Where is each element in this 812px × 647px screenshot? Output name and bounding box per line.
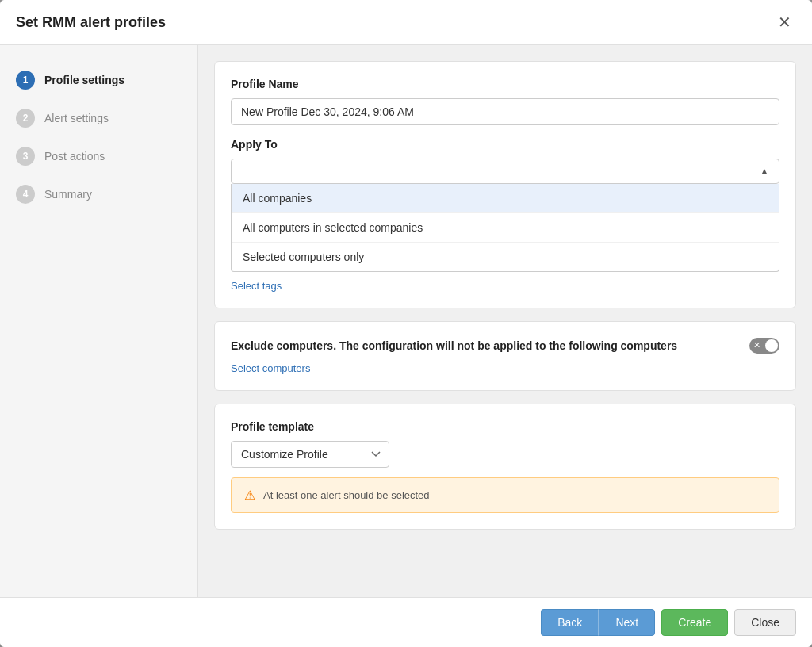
sidebar-label-alert-settings: Alert settings: [44, 112, 109, 124]
apply-to-dropdown-trigger[interactable]: ▲: [231, 159, 779, 184]
step-num-3: 3: [16, 147, 35, 166]
modal-title: Set RMM alert profiles: [16, 14, 166, 31]
sidebar-label-profile-settings: Profile settings: [44, 74, 124, 86]
step-num-2: 2: [16, 109, 35, 128]
apply-to-section: Apply To ▲ All companies All computers i…: [231, 138, 779, 292]
toggle-x-icon: ✕: [753, 340, 760, 350]
apply-to-dropdown-menu: All companies All computers in selected …: [231, 184, 779, 272]
exclude-header: Exclude computers. The configuration wil…: [231, 338, 779, 354]
warning-text: At least one alert should be selected: [263, 489, 430, 501]
step-num-1: 1: [16, 71, 35, 90]
modal-footer: Back Next Create Close: [0, 597, 812, 647]
sidebar-item-profile-settings[interactable]: 1 Profile settings: [0, 61, 197, 99]
sidebar-item-alert-settings[interactable]: 2 Alert settings: [0, 99, 197, 137]
create-button[interactable]: Create: [661, 609, 728, 636]
template-select-row: Customize Profile Default Profile: [231, 441, 779, 468]
sidebar-item-post-actions[interactable]: 3 Post actions: [0, 137, 197, 175]
warning-banner: ⚠ At least one alert should be selected: [231, 477, 779, 513]
apply-to-dropdown-container: ▲ All companies All computers in selecte…: [231, 159, 779, 272]
sidebar: 1 Profile settings 2 Alert settings 3 Po…: [0, 45, 198, 597]
back-button[interactable]: Back: [541, 609, 599, 636]
close-button[interactable]: Close: [734, 609, 796, 636]
modal: Set RMM alert profiles ✕ 1 Profile setti…: [0, 0, 812, 647]
sidebar-label-post-actions: Post actions: [44, 150, 105, 163]
modal-body: 1 Profile settings 2 Alert settings 3 Po…: [0, 45, 812, 597]
modal-header: Set RMM alert profiles ✕: [0, 0, 812, 45]
template-dropdown[interactable]: Customize Profile Default Profile: [231, 441, 389, 468]
toggle-container[interactable]: ✕: [749, 338, 779, 354]
dropdown-option-all-computers-selected[interactable]: All computers in selected companies: [232, 212, 779, 242]
profile-name-card: Profile Name Apply To ▲ All companies Al…: [214, 61, 796, 308]
next-button[interactable]: Next: [599, 609, 655, 636]
toggle-thumb: [765, 339, 778, 352]
profile-template-card: Profile template Customize Profile Defau…: [214, 404, 796, 530]
warning-icon: ⚠: [244, 488, 255, 503]
profile-name-label: Profile Name: [231, 78, 779, 90]
back-next-group: Back Next: [541, 609, 655, 636]
step-num-4: 4: [16, 185, 35, 204]
sidebar-label-summary: Summary: [44, 188, 92, 201]
modal-close-button[interactable]: ✕: [773, 13, 796, 32]
toggle-track[interactable]: ✕: [749, 338, 779, 354]
dropdown-option-selected-computers[interactable]: Selected computers only: [232, 242, 779, 271]
apply-to-label: Apply To: [231, 138, 779, 151]
main-content: Profile Name Apply To ▲ All companies Al…: [198, 45, 812, 597]
profile-template-label: Profile template: [231, 420, 779, 433]
exclude-computers-card: Exclude computers. The configuration wil…: [214, 321, 796, 391]
select-tags-link[interactable]: Select tags: [231, 280, 282, 292]
dropdown-option-all-companies[interactable]: All companies: [232, 184, 779, 212]
dropdown-arrow-icon: ▲: [760, 166, 769, 177]
exclude-computers-label: Exclude computers. The configuration wil…: [231, 338, 740, 354]
select-computers-link[interactable]: Select computers: [231, 362, 310, 374]
profile-name-input[interactable]: [231, 98, 779, 125]
sidebar-item-summary[interactable]: 4 Summary: [0, 175, 197, 213]
